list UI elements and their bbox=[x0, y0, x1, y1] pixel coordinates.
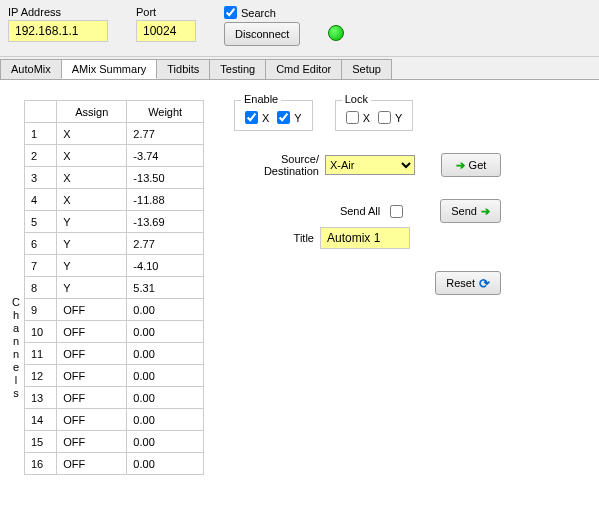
row-weight[interactable]: 0.00 bbox=[127, 343, 204, 365]
ip-label: IP Address bbox=[8, 6, 108, 18]
row-assign[interactable]: X bbox=[57, 189, 127, 211]
right-controls: Enable X Y Lock X Y Source/ Destination … bbox=[234, 100, 501, 475]
sendall-label: Send All bbox=[300, 205, 380, 217]
row-index: 11 bbox=[24, 343, 56, 365]
row-weight[interactable]: 0.00 bbox=[127, 365, 204, 387]
tab-cmd-editor[interactable]: Cmd Editor bbox=[265, 59, 342, 79]
row-assign[interactable]: OFF bbox=[57, 453, 127, 475]
table-row: 4X-11.88 bbox=[24, 189, 203, 211]
row-assign[interactable]: OFF bbox=[57, 299, 127, 321]
port-field: Port bbox=[136, 6, 196, 42]
row-assign[interactable]: OFF bbox=[57, 387, 127, 409]
row-index: 7 bbox=[24, 255, 56, 277]
row-index: 13 bbox=[24, 387, 56, 409]
row-weight[interactable]: -3.74 bbox=[127, 145, 204, 167]
table-row: 11OFF0.00 bbox=[24, 343, 203, 365]
row-weight[interactable]: 0.00 bbox=[127, 299, 204, 321]
get-button[interactable]: ➔ Get bbox=[441, 153, 501, 177]
port-input[interactable] bbox=[136, 20, 196, 42]
table-row: 10OFF0.00 bbox=[24, 321, 203, 343]
sendall-checkbox[interactable] bbox=[390, 205, 403, 218]
reset-button[interactable]: Reset ⟳ bbox=[435, 271, 501, 295]
row-assign[interactable]: X bbox=[57, 123, 127, 145]
ip-input[interactable] bbox=[8, 20, 108, 42]
row-weight[interactable]: -11.88 bbox=[127, 189, 204, 211]
status-indicator-icon bbox=[328, 25, 344, 41]
send-label: Send bbox=[451, 205, 477, 217]
row-weight[interactable]: 0.00 bbox=[127, 409, 204, 431]
tab-amix-summary[interactable]: AMix Summary bbox=[61, 59, 158, 79]
row-index: 15 bbox=[24, 431, 56, 453]
row-assign[interactable]: Y bbox=[57, 255, 127, 277]
row-index: 9 bbox=[24, 299, 56, 321]
table-row: 7Y-4.10 bbox=[24, 255, 203, 277]
top-panel: IP Address Port Search Disconnect bbox=[0, 0, 599, 57]
arrow-right-icon: ➔ bbox=[481, 205, 490, 218]
row-index: 1 bbox=[24, 123, 56, 145]
search-checkbox[interactable] bbox=[224, 6, 237, 19]
table-row: 14OFF0.00 bbox=[24, 409, 203, 431]
row-index: 6 bbox=[24, 233, 56, 255]
row-weight[interactable]: 2.77 bbox=[127, 233, 204, 255]
row-index: 4 bbox=[24, 189, 56, 211]
source-label-2: Destination bbox=[264, 165, 319, 177]
row-weight[interactable]: 0.00 bbox=[127, 431, 204, 453]
row-assign[interactable]: OFF bbox=[57, 431, 127, 453]
row-weight[interactable]: 5.31 bbox=[127, 277, 204, 299]
lock-x-checkbox[interactable] bbox=[346, 111, 359, 124]
disconnect-button[interactable]: Disconnect bbox=[224, 22, 300, 46]
source-label-1: Source/ bbox=[281, 153, 319, 165]
table-row: 13OFF0.00 bbox=[24, 387, 203, 409]
tab-tidbits[interactable]: Tidbits bbox=[156, 59, 210, 79]
reset-label: Reset bbox=[446, 277, 475, 289]
table-row: 1X2.77 bbox=[24, 123, 203, 145]
row-index: 14 bbox=[24, 409, 56, 431]
arrow-right-icon: ➔ bbox=[456, 159, 465, 172]
table-row: 16OFF0.00 bbox=[24, 453, 203, 475]
source-row: Source/ Destination X-Air ➔ Get bbox=[234, 153, 501, 177]
row-weight[interactable]: -13.69 bbox=[127, 211, 204, 233]
lock-group: Lock X Y bbox=[335, 100, 414, 131]
col-blank bbox=[24, 101, 56, 123]
row-index: 5 bbox=[24, 211, 56, 233]
row-assign[interactable]: OFF bbox=[57, 343, 127, 365]
row-assign[interactable]: Y bbox=[57, 277, 127, 299]
connect-controls: Search Disconnect bbox=[224, 6, 300, 46]
row-index: 12 bbox=[24, 365, 56, 387]
row-weight[interactable]: -4.10 bbox=[127, 255, 204, 277]
lock-x-label: X bbox=[363, 112, 370, 124]
tab-setup[interactable]: Setup bbox=[341, 59, 392, 79]
row-weight[interactable]: -13.50 bbox=[127, 167, 204, 189]
title-input[interactable] bbox=[320, 227, 410, 249]
lock-y-checkbox[interactable] bbox=[378, 111, 391, 124]
row-assign[interactable]: X bbox=[57, 145, 127, 167]
row-weight[interactable]: 0.00 bbox=[127, 321, 204, 343]
enable-x-checkbox[interactable] bbox=[245, 111, 258, 124]
table-row: 15OFF0.00 bbox=[24, 431, 203, 453]
send-button[interactable]: Send ➔ bbox=[440, 199, 501, 223]
row-weight[interactable]: 0.00 bbox=[127, 387, 204, 409]
row-assign[interactable]: Y bbox=[57, 233, 127, 255]
enable-y-label: Y bbox=[294, 112, 301, 124]
table-row: 8Y5.31 bbox=[24, 277, 203, 299]
get-label: Get bbox=[469, 159, 487, 171]
tab-automix[interactable]: AutoMix bbox=[0, 59, 62, 79]
row-assign[interactable]: X bbox=[57, 167, 127, 189]
enable-group: Enable X Y bbox=[234, 100, 313, 131]
row-assign[interactable]: OFF bbox=[57, 409, 127, 431]
channels-section: Channels Assign Weight 1X2.772X-3.743X-1… bbox=[12, 100, 204, 475]
source-select[interactable]: X-Air bbox=[325, 155, 415, 175]
row-assign[interactable]: OFF bbox=[57, 365, 127, 387]
enable-legend: Enable bbox=[241, 93, 281, 105]
row-index: 3 bbox=[24, 167, 56, 189]
lock-legend: Lock bbox=[342, 93, 371, 105]
lock-y-label: Y bbox=[395, 112, 402, 124]
title-label: Title bbox=[234, 232, 314, 244]
row-weight[interactable]: 0.00 bbox=[127, 453, 204, 475]
row-assign[interactable]: OFF bbox=[57, 321, 127, 343]
tab-testing[interactable]: Testing bbox=[209, 59, 266, 79]
enable-y-checkbox[interactable] bbox=[277, 111, 290, 124]
row-weight[interactable]: 2.77 bbox=[127, 123, 204, 145]
row-assign[interactable]: Y bbox=[57, 211, 127, 233]
channels-table: Assign Weight 1X2.772X-3.743X-13.504X-11… bbox=[24, 100, 204, 475]
